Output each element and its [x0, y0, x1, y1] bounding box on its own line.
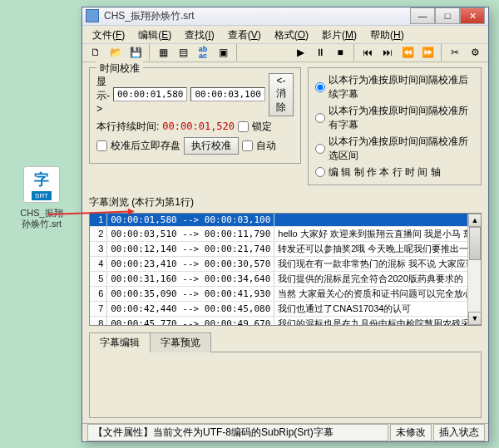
- skip-fwd-icon[interactable]: ⏭: [379, 44, 396, 61]
- btn-a-icon[interactable]: ▦: [155, 44, 171, 61]
- menu-file[interactable]: 文件(F): [86, 26, 131, 43]
- row-time: 00:00:03,510 --> 00:00:11,790: [107, 226, 274, 241]
- row-time: 00:00:23,410 --> 00:00:30,570: [107, 256, 274, 271]
- scroll-thumb[interactable]: [469, 227, 481, 260]
- lock-checkbox[interactable]: 锁定: [238, 120, 272, 134]
- maximize-button[interactable]: □: [435, 7, 460, 24]
- menu-find[interactable]: 查找(I): [178, 26, 220, 43]
- row-num: 8: [90, 316, 107, 326]
- replace-ab-icon[interactable]: abac: [195, 44, 211, 61]
- time-adjust-group: 时间校准 显示-> 00:00:01,580 00:00:03,100 <-消除…: [89, 67, 301, 164]
- tab-body: [89, 352, 482, 418]
- status-insert-mode: 插入状态: [433, 424, 485, 441]
- tab-edit[interactable]: 字幕编辑: [89, 332, 151, 352]
- row-time: 00:00:35,090 --> 00:00:41,930: [107, 286, 274, 301]
- row-text: 我们也通过了CNAS17034的认可: [274, 301, 482, 316]
- rewind-icon[interactable]: ⏪: [399, 44, 416, 61]
- clear-button[interactable]: <-消除: [269, 73, 294, 116]
- radio-group-box: 以本行为准按原时间间隔校准后续字幕 以本行为准按原时间间隔校准所有字幕 以本行为…: [308, 67, 482, 185]
- row-num: 4: [90, 256, 107, 271]
- desktop-file-label: CHS_振翔孙焕竹.srt: [17, 208, 67, 229]
- execute-button[interactable]: 执行校准: [184, 137, 239, 155]
- tab-preview[interactable]: 字幕预览: [150, 332, 211, 352]
- open-icon[interactable]: 📂: [107, 44, 124, 61]
- row-text: hello 大家好 欢迎来到振翔云直播间 我是小马 蔫: [274, 226, 482, 241]
- srt-file-icon: 字 SRT: [23, 166, 60, 203]
- save-after-checkbox[interactable]: 校准后立即存盘: [96, 139, 180, 153]
- menu-view[interactable]: 查看(V): [221, 26, 268, 43]
- minimize-button[interactable]: —: [410, 7, 435, 24]
- table-row[interactable]: 300:00:12,140 --> 00:00:21,740转发还可以参抽奖2哦…: [90, 241, 482, 256]
- editor-tabs: 字幕编辑 字幕预览: [89, 332, 482, 418]
- btn-c-icon[interactable]: ▣: [215, 44, 231, 61]
- row-num: 3: [90, 241, 107, 256]
- scroll-down-icon[interactable]: ▼: [468, 312, 482, 325]
- row-num: 2: [90, 226, 107, 241]
- skip-back-icon[interactable]: ⏮: [359, 44, 376, 61]
- table-row[interactable]: 200:00:03,510 --> 00:00:11,790hello 大家好 …: [90, 226, 482, 241]
- btn-b-icon[interactable]: ▤: [175, 44, 191, 61]
- row-num: 7: [90, 301, 107, 316]
- table-row[interactable]: 400:00:23,410 --> 00:00:30,570我们现在有一款非常热…: [90, 256, 482, 271]
- subtitle-list[interactable]: 100:00:01,580 --> 00:00:03,100200:00:03,…: [89, 213, 482, 326]
- row-text: [274, 214, 482, 227]
- main-window: CHS_振翔孙焕竹.srt — □ ✕ 文件(F) 编辑(E) 查找(I) 查看…: [82, 7, 489, 442]
- menu-help[interactable]: 帮助(H): [363, 26, 411, 43]
- table-row[interactable]: 600:00:35,090 --> 00:00:41,930当然 大家最关心的资…: [90, 286, 482, 301]
- titlebar[interactable]: CHS_振翔孙焕竹.srt — □ ✕: [82, 7, 488, 26]
- row-num: 6: [90, 286, 107, 301]
- radio-following[interactable]: 以本行为准按原时间间隔校准后续字幕: [315, 73, 474, 101]
- ffwd-icon[interactable]: ⏩: [419, 44, 436, 61]
- extra-icon[interactable]: ⚙: [467, 44, 483, 61]
- pause-icon[interactable]: ⏸: [312, 44, 329, 61]
- row-time: 00:00:31,160 --> 00:00:34,640: [107, 271, 274, 286]
- close-button[interactable]: ✕: [460, 7, 485, 24]
- menu-edit[interactable]: 编辑(E): [131, 26, 178, 43]
- show-label: 显示->: [96, 75, 110, 115]
- row-text: 当然 大家最关心的资质和证书问题可以完全放心: [274, 286, 482, 301]
- cut-icon[interactable]: ✂: [447, 44, 463, 61]
- row-text: 转发还可以参抽奖2哦 今天晚上呢我们要推出一款: [274, 241, 482, 256]
- row-time: 00:00:12,140 --> 00:00:21,740: [107, 241, 274, 256]
- row-text: 我们提供的混标是完全符合2020版药典要求的: [274, 271, 482, 286]
- play-icon[interactable]: ▶: [292, 44, 309, 61]
- row-time: 00:00:01,580 --> 00:00:03,100: [107, 214, 274, 227]
- time-adjust-legend: 时间校准: [96, 62, 143, 76]
- table-row[interactable]: 700:00:42,440 --> 00:00:45,080我们也通过了CNAS…: [90, 301, 482, 316]
- table-row[interactable]: 100:00:01,580 --> 00:00:03,100: [90, 214, 482, 227]
- row-text: 我们的混标也是在九月份中标中检院慧用农残采购: [274, 316, 482, 326]
- toolbar: 🗋 📂 💾 ▦ ▤ abac ▣ ▶ ⏸ ■ ⏮ ⏭ ⏪ ⏩ ✂ ⚙: [82, 44, 488, 62]
- menu-movie[interactable]: 影片(M): [315, 26, 363, 43]
- statusbar: 【文件属性】当前文件为UTF-8编码的SubRip(Srt)字幕 未修改 插入状…: [82, 423, 488, 441]
- row-time: 00:00:45,770 --> 00:00:49,670: [107, 316, 274, 326]
- menubar: 文件(F) 编辑(E) 查找(I) 查看(V) 格式(O) 影片(M) 帮助(H…: [82, 26, 488, 44]
- table-row[interactable]: 800:00:45,770 --> 00:00:49,670我们的混标也是在九月…: [90, 316, 482, 326]
- end-time-field[interactable]: 00:00:03,100: [190, 87, 264, 101]
- radio-selection[interactable]: 以本行为准按原时间间隔校准所选区间: [315, 135, 474, 163]
- stop-icon[interactable]: ■: [332, 44, 348, 61]
- row-num: 1: [90, 214, 107, 227]
- menu-format[interactable]: 格式(O): [268, 26, 315, 43]
- status-file-info: 【文件属性】当前文件为UTF-8编码的SubRip(Srt)字幕: [87, 424, 388, 441]
- auto-checkbox[interactable]: 自动: [242, 139, 276, 153]
- desktop-srt-file[interactable]: 字 SRT CHS_振翔孙焕竹.srt: [17, 166, 67, 229]
- window-title: CHS_振翔孙焕竹.srt: [104, 9, 410, 23]
- row-num: 5: [90, 271, 107, 286]
- status-modified: 未修改: [390, 424, 432, 441]
- start-time-field[interactable]: 00:00:01,580: [113, 87, 187, 101]
- list-scrollbar[interactable]: ▲ ▼: [467, 214, 481, 325]
- row-time: 00:00:42,440 --> 00:00:45,080: [107, 301, 274, 316]
- scroll-up-icon[interactable]: ▲: [468, 214, 482, 227]
- radio-edit-line[interactable]: 编 辑 制 作 本 行 时 间 轴: [315, 165, 474, 180]
- subtitle-browse-legend: 字幕浏览 (本行为第1行): [89, 195, 194, 209]
- app-icon: [86, 9, 99, 22]
- duration-label: 本行持续时间:: [96, 120, 159, 134]
- table-row[interactable]: 500:00:31,160 --> 00:00:34,640我们提供的混标是完全…: [90, 271, 482, 286]
- row-text: 我们现在有一款非常热门的混标 我不说 大家应该: [274, 256, 482, 271]
- duration-value: 00:00:01,520: [162, 121, 235, 132]
- save-icon[interactable]: 💾: [127, 44, 144, 61]
- radio-all[interactable]: 以本行为准按原时间间隔校准所有字幕: [315, 104, 474, 132]
- new-icon[interactable]: 🗋: [87, 44, 104, 61]
